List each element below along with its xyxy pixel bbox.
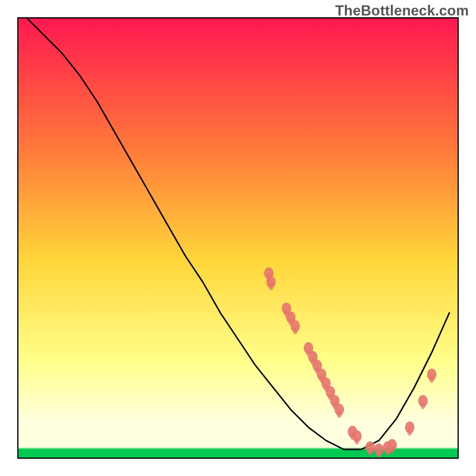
chart-frame: TheBottleneck.com [0,0,476,476]
scatter-marker-tail [377,450,381,458]
chart-svg [0,0,476,476]
scatter-marker-tail [355,437,359,444]
scatter-marker-tail [421,402,425,409]
scatter-marker-tail [269,283,274,290]
scatter-marker-tail [337,411,342,418]
scatter-marker-tail [408,428,412,436]
scatter-marker-tail [430,375,434,383]
scatter-marker-tail [390,446,394,453]
plot-background [18,18,458,458]
scatter-marker-tail [368,449,372,456]
scatter-marker-tail [293,327,298,334]
watermark-text: TheBottleneck.com [335,2,469,19]
